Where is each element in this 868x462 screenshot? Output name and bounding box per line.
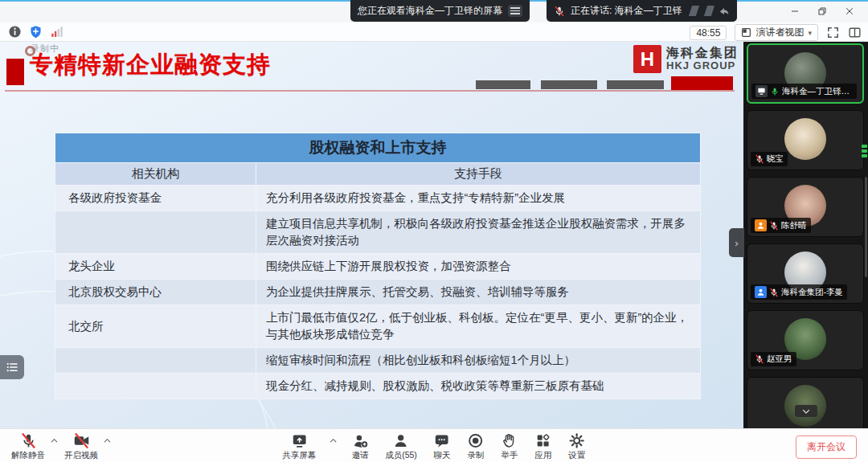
table-cell: 充分利用各级政府投资基金，重点支持“专精特新”企业发展 [256, 186, 701, 211]
table-row: 龙头企业围绕供应链上下游开展股权投资，加强资源整合 [55, 254, 701, 280]
toolbar-item-label: 邀请 [352, 450, 369, 461]
scroll-down-button[interactable] [795, 405, 817, 417]
invite-button[interactable]: 邀请 [348, 432, 372, 461]
participant-tile[interactable]: 海科金—丁卫铎的屏幕… [747, 43, 864, 104]
table-cell: 现金分红、减持规则、股权激励、税收政策等尊重新三板原有基础 [256, 374, 701, 399]
participant-label: 海科金—丁卫铎的屏幕… [751, 84, 857, 99]
participant-label: 赵亚男 [751, 352, 796, 366]
participant-label: 晓宝 [751, 152, 788, 166]
support-table: 股权融资和上市支持 相关机构 支持手段 各级政府投资基金充分利用各级政府投资基金… [55, 133, 701, 399]
meeting-timer: 48:55 [690, 26, 727, 40]
network-signal-icon[interactable] [50, 25, 63, 39]
toolbar-item-label: 共享屏幕 [282, 450, 316, 461]
table-cell: 为企业提供挂牌展示、托管交易、投融资、培训辅导等服务 [256, 280, 701, 305]
participant-tile[interactable]: 赵亚男 [747, 310, 864, 370]
chevron-up-icon[interactable] [103, 436, 113, 446]
participant-tile[interactable] [747, 377, 864, 428]
chevron-down-icon: ▾ [808, 29, 812, 37]
avatar [784, 118, 826, 160]
table-cell [55, 211, 256, 254]
meeting-info-icon[interactable] [8, 25, 22, 39]
record-icon [467, 432, 485, 449]
sidebar-collapse-handle[interactable]: › [729, 228, 744, 257]
mic-muted-icon [769, 288, 779, 297]
chevron-up-icon[interactable] [329, 436, 338, 446]
bottom-toolbar: 解除静音开启视频 共享屏幕邀请成员(55)聊天录制举手应用设置 离开会议 [0, 428, 868, 462]
annotation-tool-icon[interactable] [704, 6, 714, 16]
view-mode-button[interactable]: 演讲者视图 ▾ [735, 24, 818, 41]
settings-icon [568, 432, 586, 449]
table-row: 缩短审核时间和流程（相比创业板和科创板缩短1个月以上） [55, 348, 701, 374]
chat-button[interactable]: 聊天 [430, 432, 454, 461]
toolbar-item-label: 录制 [467, 450, 484, 461]
agenda-list-tab[interactable] [0, 355, 24, 379]
leave-meeting-button[interactable]: 离开会议 [796, 435, 857, 459]
table-row: 建立项目信息共享机制，积极向各级政府投资基金推送企业股权融资需求，开展多层次融资… [55, 211, 701, 254]
decor-bar [541, 80, 597, 89]
table-cell [55, 374, 256, 399]
restore-button[interactable] [809, 2, 836, 21]
settings-button[interactable]: 设置 [565, 432, 589, 461]
participant-tile[interactable]: 陈舒晴 [747, 177, 864, 237]
shared-screen-slide: 录制中 专精特新企业融资支持 H 海科金集团 HKJ GROUP 股权融资和上市… [0, 42, 743, 428]
members-button[interactable]: 成员(55) [382, 432, 420, 461]
participant-tile[interactable]: 晓宝 [747, 110, 864, 170]
participant-tile[interactable]: 海科金集团-李曼 [747, 243, 864, 304]
raise-hand-button[interactable]: 举手 [497, 432, 522, 461]
speaking-banner-text: 正在讲话: 海科金—丁卫铎 [571, 4, 682, 18]
camera-muted-icon [72, 432, 90, 449]
logo-mark: H [633, 45, 661, 73]
annotation-tool-icon[interactable] [689, 6, 699, 16]
table-cell [55, 348, 256, 374]
raise-hand-icon [501, 432, 518, 449]
person-badge-icon [755, 286, 767, 298]
table-title: 股权融资和上市支持 [55, 133, 701, 163]
decor-bar [607, 80, 664, 89]
record-button[interactable]: 录制 [464, 432, 488, 461]
table-cell: 上市门最低市值仅2亿，低于创业板、科创板。定位在“更早、更小、更新”的企业，与其… [256, 305, 701, 348]
participants-panel: 海科金—丁卫铎的屏幕…晓宝陈舒晴海科金集团-李曼赵亚男 [743, 42, 868, 428]
table-cell: 龙头企业 [55, 254, 256, 280]
toolbar-item-label: 解除静音 [11, 450, 45, 461]
close-button[interactable] [836, 2, 863, 21]
reply-arrow-icon[interactable] [719, 6, 730, 17]
banner-menu-icon[interactable] [508, 5, 522, 17]
chevron-up-icon[interactable] [50, 436, 59, 446]
unmute-button[interactable]: 解除静音 [8, 432, 48, 461]
start-video-button[interactable]: 开启视频 [61, 432, 101, 461]
screen-share-icon [755, 85, 768, 97]
mic-muted-icon [755, 154, 764, 164]
table-cell: 建立项目信息共享机制，积极向各级政府投资基金推送企业股权融资需求，开展多层次融资… [256, 211, 701, 254]
watching-banner-text: 您正在观看海科金—丁卫铎的屏幕 [358, 4, 502, 18]
apps-button[interactable]: 应用 [531, 432, 555, 461]
toolbar-item-label: 设置 [568, 450, 585, 461]
table-cell: 北京股权交易中心 [55, 280, 256, 305]
decor-bar-red [671, 76, 733, 90]
security-shield-icon[interactable] [29, 25, 43, 39]
toolbar-item-label: 聊天 [433, 450, 450, 461]
table-row: 北京股权交易中心为企业提供挂牌展示、托管交易、投融资、培训辅导等服务 [55, 280, 701, 305]
screen-share-icon [290, 432, 308, 449]
share-screen-button[interactable]: 共享屏幕 [279, 432, 319, 461]
support-table-body: 各级政府投资基金充分利用各级政府投资基金，重点支持“专精特新”企业发展建立项目信… [55, 186, 701, 399]
mic-muted-icon [769, 221, 779, 231]
toolbar-item-label: 应用 [534, 450, 551, 461]
table-row: 北交所上市门最低市值仅2亿，低于创业板、科创板。定位在“更早、更小、更新”的企业… [55, 305, 701, 348]
minimize-button[interactable] [781, 2, 809, 21]
mic-muted-icon [755, 354, 764, 364]
divider-line [5, 90, 735, 92]
participant-name: 海科金—丁卫铎的屏幕… [782, 86, 853, 97]
decor-bar [476, 80, 530, 89]
company-logo: H 海科金集团 HKJ GROUP [633, 45, 739, 73]
meeting-window: 您正在观看海科金—丁卫铎的屏幕 正在讲话: 海科金—丁卫铎 48:55 演 [0, 0, 868, 462]
table-row: 各级政府投资基金充分利用各级政府投资基金，重点支持“专精特新”企业发展 [55, 186, 701, 211]
sidebar-scrollbar[interactable] [865, 177, 867, 277]
side-panel-button[interactable] [848, 26, 862, 39]
toolbar-item-label: 举手 [501, 450, 518, 461]
meeting-toolbar: 48:55 演讲者视图 ▾ [0, 22, 868, 42]
participant-label: 海科金集团-李曼 [751, 284, 847, 300]
participant-name: 赵亚男 [767, 354, 792, 365]
table-cell: 围绕供应链上下游开展股权投资，加强资源整合 [256, 254, 701, 280]
table-row: 现金分红、减持规则、股权激励、税收政策等尊重新三板原有基础 [55, 374, 701, 399]
fullscreen-button[interactable] [826, 26, 840, 39]
